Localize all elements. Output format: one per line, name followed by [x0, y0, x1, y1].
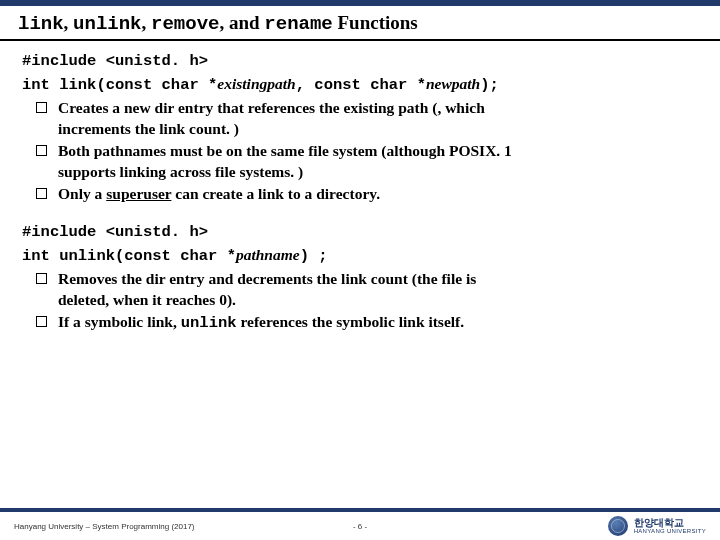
- square-bullet-icon: [36, 316, 47, 327]
- square-bullet-icon: [36, 102, 47, 113]
- slide-title: link, unlink, remove, and rename Functio…: [0, 6, 720, 41]
- title-tail: Functions: [333, 12, 418, 33]
- signature-link: int link(const char *existingpath, const…: [22, 74, 698, 96]
- include-line-1: #include <unistd. h>: [22, 51, 698, 72]
- signature-unlink: int unlink(const char *pathname) ;: [22, 245, 698, 267]
- bullet-list-1: Creates a new dir entry that references …: [22, 98, 698, 205]
- title-code-remove: remove: [151, 13, 219, 35]
- keyword-superuser: superuser: [106, 185, 171, 202]
- square-bullet-icon: [36, 145, 47, 156]
- title-code-unlink: unlink: [73, 13, 141, 35]
- square-bullet-icon: [36, 273, 47, 284]
- list-item: Removes the dir entry and decrements the…: [36, 269, 698, 311]
- title-code-rename: rename: [264, 13, 332, 35]
- include-line-2: #include <unistd. h>: [22, 222, 698, 243]
- inline-code-unlink: unlink: [181, 314, 237, 332]
- logo-korean: 한양대학교: [634, 518, 706, 528]
- list-item: Both pathnames must be on the same file …: [36, 141, 698, 183]
- list-item: Only a superuser can create a link to a …: [36, 184, 698, 205]
- slide-body: #include <unistd. h> int link(const char…: [0, 41, 720, 334]
- square-bullet-icon: [36, 188, 47, 199]
- slide-footer: Hanyang University – System Programming …: [0, 508, 720, 540]
- page-number: - 6 -: [353, 522, 367, 531]
- seal-icon: [608, 516, 628, 536]
- bullet-list-2: Removes the dir entry and decrements the…: [22, 269, 698, 334]
- list-item: Creates a new dir entry that references …: [36, 98, 698, 140]
- logo-english: HANYANG UNIVERSITY: [634, 528, 706, 534]
- list-item: If a symbolic link, unlink references th…: [36, 312, 698, 334]
- title-code-link: link: [18, 13, 64, 35]
- university-logo: 한양대학교 HANYANG UNIVERSITY: [608, 516, 706, 536]
- footer-left: Hanyang University – System Programming …: [14, 522, 195, 531]
